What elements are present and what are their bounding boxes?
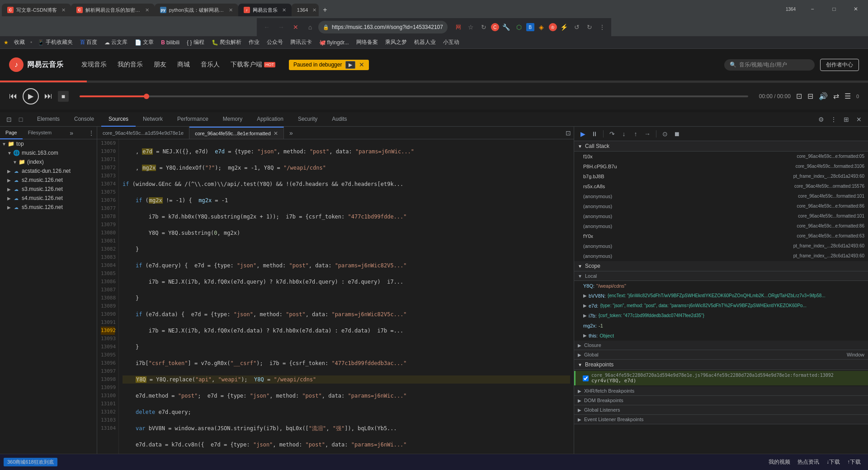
- tab-security[interactable]: Security: [291, 112, 325, 127]
- call-stack-item-8[interactable]: fY0x core_96ac4fe59c...e:formatted:63: [574, 231, 868, 241]
- tab-5-close[interactable]: ✕: [312, 7, 316, 13]
- tab-network[interactable]: Network: [136, 112, 170, 127]
- rotate-left-icon[interactable]: ↺: [571, 22, 582, 33]
- bm-item-crawler[interactable]: 🐛 爬虫解析: [210, 38, 243, 47]
- list-icon[interactable]: ☰: [844, 92, 851, 100]
- reload-button[interactable]: ✕: [289, 21, 302, 33]
- tab-console[interactable]: Console: [67, 112, 101, 127]
- browser-tab-3[interactable]: py python实战：破解网易云音乐p... ✕: [155, 4, 238, 16]
- bm-item-netbak[interactable]: 网络备案: [354, 38, 380, 47]
- call-stack-item-6[interactable]: (anonymous) core_96ac4fe59c...formatted:…: [574, 211, 868, 221]
- taskbar-hot[interactable]: 热点资讯: [797, 458, 819, 466]
- global-listeners-header[interactable]: ▶ Global Listeners: [574, 405, 868, 415]
- call-stack-item-3[interactable]: rs5x.cA8s core_96ac4fe59c...ormatted:155…: [574, 181, 868, 191]
- tree-item-music163[interactable]: ▼ 🌐 music.163.com: [0, 148, 97, 157]
- breakpoint-checkbox-0[interactable]: [583, 375, 589, 381]
- scope-item-i7b[interactable]: ▶ i7b: {csrf_token: "477c1bd99fddedb3adc…: [574, 311, 868, 321]
- bm-item-baidu[interactable]: 百 百度: [78, 38, 99, 47]
- ext4-icon[interactable]: B: [526, 23, 534, 31]
- nav-download[interactable]: 下载客户端 HOT: [231, 59, 275, 71]
- code-content[interactable]: , e7d = NEJ.X({}, e7d) e7d = {type: "jso…: [119, 139, 574, 457]
- tree-item-top[interactable]: ▼ 📁 top: [0, 139, 97, 148]
- scope-item-e7d[interactable]: ▶ e7d: {type: "json", method: "post", da…: [574, 301, 868, 311]
- creator-button[interactable]: 创作者中心: [820, 59, 859, 71]
- bm-item-tencent[interactable]: 腾讯云卡: [288, 38, 314, 47]
- ext7-icon[interactable]: ⚡: [559, 22, 570, 33]
- local-scope-header[interactable]: ▼ Local: [574, 271, 868, 281]
- closure-header[interactable]: ▶ Closure: [574, 341, 868, 350]
- sidebar-tab-page[interactable]: Page: [0, 127, 23, 139]
- tree-item-s3[interactable]: ▶ ☁ s3.music.126.net: [0, 185, 97, 194]
- detach-icon[interactable]: ⊞: [841, 114, 852, 125]
- sidebar-more-btn[interactable]: »: [66, 127, 77, 139]
- progress-bar[interactable]: [80, 95, 748, 97]
- call-stack-item-2[interactable]: b7g.bJ8B pt_frame_index_...28c6d1a2493:6…: [574, 171, 868, 181]
- tab-4-close[interactable]: ✕: [282, 7, 286, 13]
- step-out-btn[interactable]: ↑: [631, 129, 641, 139]
- nav-musician[interactable]: 音乐人: [201, 59, 220, 71]
- search-box[interactable]: 🔍 音乐/视频/电台/用户: [724, 59, 815, 71]
- bm-item-favorites[interactable]: 收藏: [12, 38, 27, 47]
- editor-tabs-more[interactable]: »: [286, 128, 297, 138]
- more-icon[interactable]: ⋮: [828, 114, 839, 125]
- bm-item-yunwenku[interactable]: ☁ 云文库: [103, 38, 129, 47]
- code-view[interactable]: 13069 13070 13071 13072 13073 13074 1307…: [97, 139, 574, 457]
- step-btn[interactable]: →: [642, 129, 652, 139]
- bm-item-programming[interactable]: { } 编程: [185, 38, 206, 47]
- bm-item-article[interactable]: 📄 文章: [133, 38, 156, 47]
- shuffle-icon[interactable]: ⇄: [833, 92, 839, 100]
- scope-item-bvv8n[interactable]: ▶ bVV8N: {encText: "j6nWic82V5dFhT/wV9BF…: [574, 291, 868, 301]
- call-stack-item-5[interactable]: (anonymous) core_96ac4fe59c...e:formatte…: [574, 201, 868, 211]
- pause-exceptions-btn[interactable]: ⏹: [672, 129, 682, 139]
- pause-button[interactable]: ⏸: [590, 129, 599, 139]
- tree-item-index[interactable]: ▼ 📁 (index): [0, 157, 97, 166]
- editor-tab-2[interactable]: core_96ac4fe59c...8e1e:formatted ✕: [189, 127, 284, 139]
- window-close[interactable]: ✕: [845, 2, 866, 16]
- nav-friends[interactable]: 朋友: [154, 59, 166, 71]
- editor-tab-2-close[interactable]: ✕: [274, 130, 278, 137]
- scope-header[interactable]: ▼ Scope: [574, 261, 868, 271]
- window-back-btn[interactable]: 1364: [780, 2, 801, 16]
- nav-my-music[interactable]: 我的音乐: [118, 59, 143, 71]
- call-stack-item-1[interactable]: P8H.cP9G.B7u core_96ac4fe59c...formatted…: [574, 161, 868, 171]
- ext1-icon[interactable]: C: [491, 23, 499, 31]
- tree-item-s5[interactable]: ▶ ☁ s5.music.126.net: [0, 203, 97, 212]
- browser-tab-5[interactable]: 1364 ✕: [292, 4, 319, 16]
- settings-icon[interactable]: ⚙: [816, 114, 826, 125]
- bm-item-dream[interactable]: 乘风之梦: [383, 38, 409, 47]
- taskbar-video[interactable]: 我的视频: [769, 458, 790, 466]
- dom-header[interactable]: ▶ DOM Breakpoints: [574, 396, 868, 405]
- browser-tab-1[interactable]: C 写文章-CSDN博客 ✕: [2, 4, 71, 16]
- tab-audits[interactable]: Audits: [325, 112, 354, 127]
- xhr-header[interactable]: ▶ XHR/fetch Breakpoints: [574, 386, 868, 396]
- new-tab-button[interactable]: +: [319, 4, 331, 16]
- sidebar-tab-filesystem[interactable]: Filesystem: [23, 127, 57, 139]
- netease-ext-icon[interactable]: 网: [453, 22, 464, 33]
- scope-item-y8q[interactable]: Y8Q: "/weapi/cdns": [574, 281, 868, 291]
- global-scope-header[interactable]: ▶ Global Window: [574, 350, 868, 360]
- expand-i7b[interactable]: ▶: [583, 312, 587, 320]
- ext2-icon[interactable]: 🔧: [501, 22, 512, 33]
- bm-item-bilibili[interactable]: B bilibili: [159, 38, 181, 47]
- editor-tab-1[interactable]: core_96ac4fe59c...a1d594e9d78e1e: [97, 127, 189, 139]
- tree-item-s4[interactable]: ▶ ☁ s4.music.126.net: [0, 194, 97, 203]
- browser-tab-4[interactable]: ♪ 网易云音乐 ✕: [238, 4, 292, 16]
- bm-item-xiaohudong[interactable]: 小互动: [441, 38, 461, 47]
- call-stack-header[interactable]: ▼ Call Stack: [574, 141, 868, 152]
- window-minimize[interactable]: −: [802, 2, 823, 16]
- tab-elements[interactable]: Elements: [30, 112, 67, 127]
- device-icon[interactable]: □: [15, 114, 26, 125]
- breakpoints-header[interactable]: ▼ Breakpoints: [574, 360, 868, 370]
- taskbar-item-360[interactable]: 360商城618狂欢到底: [4, 458, 57, 466]
- editor-tab-close-all[interactable]: ⊡: [563, 128, 574, 138]
- tab-1-close[interactable]: ✕: [61, 7, 66, 13]
- event-listener-header[interactable]: ▶ Event Listener Breakpoints: [574, 415, 868, 424]
- dismiss-debug-btn[interactable]: ✕: [359, 61, 364, 68]
- browser-tab-2[interactable]: C 解析网易云音乐的加密方式 - 简... ✕: [71, 4, 155, 16]
- tab-2-close[interactable]: ✕: [145, 7, 149, 13]
- share-icon[interactable]: ⊟: [807, 92, 813, 100]
- expand-e7d[interactable]: ▶: [583, 302, 587, 310]
- resume-debug-btn[interactable]: ▶: [345, 61, 355, 69]
- taskbar-upload[interactable]: ↑下载: [847, 458, 861, 466]
- nav-store[interactable]: 商城: [177, 59, 190, 71]
